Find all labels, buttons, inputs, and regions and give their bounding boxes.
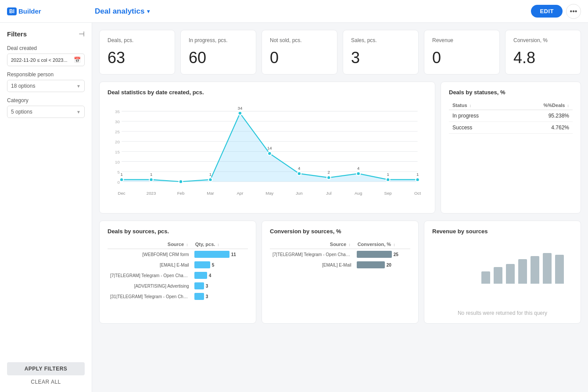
edit-button[interactable]: EDIT — [531, 5, 563, 18]
kpi-card: Not sold, pcs.0 — [262, 30, 337, 75]
status-name: Success — [449, 122, 511, 134]
svg-text:Mar: Mar — [207, 191, 214, 196]
deals-by-statuses-title: Deals by statuses, % — [449, 89, 573, 96]
conv-source-col-header: Source ↕ — [270, 240, 354, 249]
svg-text:1: 1 — [416, 172, 419, 177]
svg-text:May: May — [265, 191, 273, 196]
status-table: Status ↕ %%Deals ↕ In progress95.238%Suc… — [449, 101, 573, 134]
deal-created-input[interactable]: 2022-11-20 ≤ col < 2023... 📅 — [7, 53, 85, 66]
conv-bar-cell: 25 — [354, 249, 410, 260]
revenue-bar — [494, 267, 502, 284]
responsible-select[interactable]: 18 options ▼ — [7, 80, 85, 92]
svg-text:35: 35 — [115, 109, 120, 114]
deals-by-sources-card: Deals by sources, pcs. Source ↕ Qty, pcs… — [99, 221, 256, 324]
deal-stats-chart-title: Deal statistics by date created, pcs. — [108, 89, 427, 96]
apply-filters-button[interactable]: APPLY FILTERS — [7, 362, 85, 375]
kpi-card: Conversion, %4.8 — [505, 30, 581, 75]
title-chevron-icon: ▾ — [147, 8, 150, 14]
kpi-value: 4.8 — [513, 49, 573, 67]
header-actions: EDIT ••• — [531, 4, 581, 19]
more-options-button[interactable]: ••• — [566, 4, 581, 19]
revenue-by-sources-title: Revenue by sources — [432, 228, 573, 235]
svg-text:15: 15 — [115, 150, 120, 154]
conv-bar-fill — [357, 261, 385, 268]
responsible-label: Responsible person — [7, 71, 85, 78]
conversion-table: Source ↕ Conversion, % ↕ [7|TELEGRAM] Te… — [270, 240, 410, 270]
sidebar-footer: APPLY FILTERS CLEAR ALL — [7, 357, 85, 385]
svg-text:Dec: Dec — [118, 191, 125, 196]
sidebar-header: Filters ⊣ — [7, 30, 85, 38]
status-table-row: In progress95.238% — [449, 110, 573, 122]
clear-all-button[interactable]: CLEAR ALL — [7, 379, 85, 385]
svg-text:1: 1 — [150, 172, 152, 177]
svg-point-16 — [120, 178, 124, 182]
header: BI Builder Deal analytics ▾ EDIT ••• — [0, 0, 588, 23]
kpi-label: Deals, pcs. — [108, 37, 167, 43]
source-bar-cell: 4 — [192, 270, 248, 281]
revenue-bars — [432, 240, 573, 284]
deal-created-label: Deal created — [7, 45, 85, 51]
svg-point-19 — [149, 178, 153, 182]
no-results-text: No results were returned for this query — [432, 310, 573, 316]
sources-table-row: [31|TELEGRAM] Telegram - Open Channel 45… — [108, 291, 248, 302]
sources-table-row: [7|TELEGRAM] Telegram - Open Channel 4 4 — [108, 270, 248, 281]
qty-col-header: Qty, pcs. ↕ — [192, 240, 248, 249]
responsible-chevron-icon: ▼ — [76, 84, 81, 89]
svg-text:Sep: Sep — [384, 191, 392, 196]
category-filter: Category 5 options ▼ — [7, 97, 85, 118]
sources-table-row: [EMAIL] E-Mail 5 — [108, 260, 248, 270]
kpi-value: 0 — [270, 49, 329, 67]
bar-fill — [194, 293, 204, 300]
svg-text:10: 10 — [115, 160, 120, 164]
svg-text:Aug: Aug — [355, 191, 362, 196]
category-select[interactable]: 5 options ▼ — [7, 106, 85, 118]
bar-value: 5 — [212, 263, 215, 267]
revenue-bar — [518, 259, 527, 284]
page-title[interactable]: Deal analytics ▾ — [95, 7, 531, 16]
source-bar-cell: 3 — [192, 281, 248, 291]
sources-table-row: [WEBFORM] CRM form 11 — [108, 249, 248, 260]
revenue-bar — [481, 271, 490, 284]
status-pct: 95.238% — [511, 110, 573, 122]
svg-text:1: 1 — [387, 172, 389, 177]
deals-by-sources-table: Source ↕ Qty, pcs. ↕ [WEBFORM] CRM form … — [108, 240, 248, 302]
status-pct: 4.762% — [511, 122, 573, 134]
kpi-label: In progress, pcs. — [189, 37, 248, 43]
svg-text:1: 1 — [209, 172, 212, 177]
title-text: Deal analytics — [95, 7, 144, 16]
svg-text:Jun: Jun — [296, 191, 303, 196]
deal-created-value: 2022-11-20 ≤ col < 2023... — [11, 57, 74, 63]
main-layout: Filters ⊣ Deal created 2022-11-20 ≤ col … — [0, 23, 588, 392]
source-name: [31|TELEGRAM] Telegram - Open Channel 45 — [108, 291, 192, 302]
deal-created-filter: Deal created 2022-11-20 ≤ col < 2023... … — [7, 45, 85, 66]
bar-value: 11 — [231, 252, 236, 257]
svg-text:Feb: Feb — [177, 191, 185, 196]
kpi-label: Not sold, pcs. — [270, 37, 329, 43]
calendar-icon: 📅 — [74, 57, 81, 63]
svg-text:4: 4 — [357, 166, 360, 171]
kpi-label: Revenue — [432, 37, 491, 43]
conv-pct-col-header: Conversion, % ↕ — [354, 240, 410, 249]
svg-text:4: 4 — [298, 166, 301, 171]
svg-text:20: 20 — [115, 139, 120, 144]
svg-text:14: 14 — [267, 146, 272, 150]
responsible-value: 18 options — [11, 83, 35, 89]
line-chart-container: 051015202530351Dec12023Feb1Mar34Apr14May… — [108, 101, 427, 206]
svg-text:Apr: Apr — [237, 191, 244, 196]
bar-value: 4 — [209, 273, 212, 278]
sidebar-collapse-button[interactable]: ⊣ — [79, 30, 85, 38]
logo-builder: Builder — [18, 7, 41, 15]
line-chart-svg: 051015202530351Dec12023Feb1Mar34Apr14May… — [108, 101, 427, 206]
revenue-bar — [543, 253, 552, 284]
kpi-card: In progress, pcs.60 — [180, 30, 256, 75]
conv-bar-fill — [357, 251, 392, 258]
deal-stats-chart-card: Deal statistics by date created, pcs. 05… — [99, 82, 435, 214]
bar-fill — [194, 261, 210, 268]
revenue-bar — [506, 264, 515, 284]
svg-text:34: 34 — [238, 106, 243, 110]
kpi-value: 3 — [351, 49, 410, 67]
source-bar-cell: 3 — [192, 291, 248, 302]
svg-text:30: 30 — [115, 119, 120, 124]
kpi-card: Sales, pcs.3 — [343, 30, 419, 75]
kpi-card: Revenue0 — [424, 30, 500, 75]
